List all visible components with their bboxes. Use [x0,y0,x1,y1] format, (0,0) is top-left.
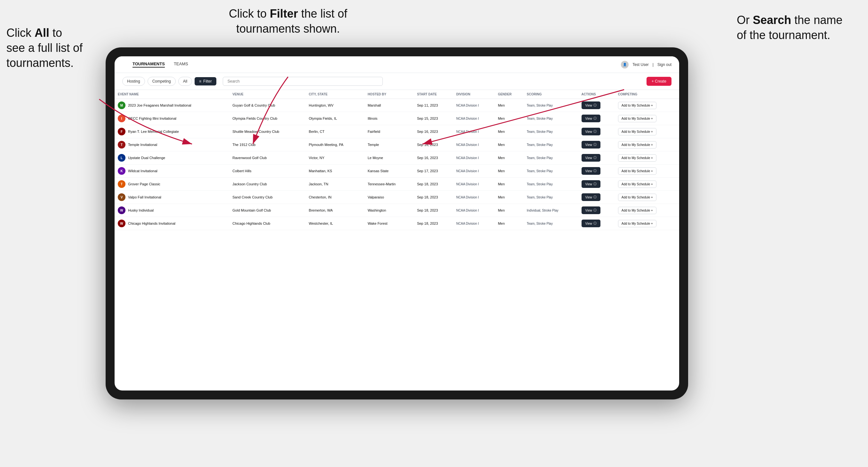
add-to-schedule-button[interactable]: Add to My Schedule + [618,207,656,214]
table-row: K Wildcat Invitational Colbert HillsManh… [115,164,679,178]
filter-button[interactable]: ≡ Filter [195,77,216,86]
city-state-cell: Olympia Fields, IL [306,112,365,125]
create-button[interactable]: + Create [647,77,672,86]
division-cell: NCAA Division I [453,151,495,164]
competing-cell: Add to My Schedule + [615,99,679,112]
division-cell: NCAA Division I [453,178,495,191]
city-state-cell: Huntington, WV [306,99,365,112]
action-cell: View ⓘ [578,112,615,125]
division-cell: NCAA Division I [453,138,495,151]
all-tab[interactable]: All [178,77,192,86]
gender-cell: Men [495,164,524,178]
scoring-cell: Team, Stroke Play [524,178,578,191]
col-header: START DATE [414,90,453,99]
info-icon: ⓘ [593,156,597,160]
table-row: M 2023 Joe Feaganes Marshall Invitationa… [115,99,679,112]
competing-cell: Add to My Schedule + [615,178,679,191]
start-date-cell: Sep 16, 2023 [414,151,453,164]
division-cell: NCAA Division I [453,217,495,230]
competing-tab[interactable]: Competing [148,77,176,86]
add-to-schedule-button[interactable]: Add to My Schedule + [618,128,656,135]
competing-cell: Add to My Schedule + [615,164,679,178]
add-to-schedule-button[interactable]: Add to My Schedule + [618,181,656,188]
view-button[interactable]: View ⓘ [582,220,601,227]
nav-teams[interactable]: TEAMS [174,61,188,67]
sign-out-link[interactable]: Sign out [657,62,672,67]
add-to-schedule-button[interactable]: Add to My Schedule + [618,102,656,109]
view-button[interactable]: View ⓘ [582,128,601,135]
event-name: Upstate Dual Challenge [128,156,165,160]
action-cell: View ⓘ [578,178,615,191]
gender-cell: Men [495,151,524,164]
city-state-cell: Chesterton, IN [306,191,365,204]
col-header: GENDER [495,90,524,99]
view-button[interactable]: View ⓘ [582,193,601,201]
action-cell: View ⓘ [578,191,615,204]
event-name-cell: K Wildcat Invitational [115,164,229,178]
search-input[interactable] [223,77,383,86]
scoring-cell: Team, Stroke Play [524,99,578,112]
scoring-cell: Team, Stroke Play [524,125,578,138]
nav-tournaments[interactable]: TOURNAMENTS [132,61,165,67]
view-button[interactable]: View ⓘ [582,115,601,122]
team-logo: I [118,115,125,122]
team-logo: F [118,128,125,135]
event-name: Valpo Fall Invitational [128,195,161,199]
view-button[interactable]: View ⓘ [582,154,601,162]
user-avatar: 👤 [621,61,629,68]
table-row: T Temple Invitational The 1912 ClubPlymo… [115,138,679,151]
gender-cell: Men [495,99,524,112]
divider: | [653,62,654,67]
venue-cell: Chicago Highlands Club [229,217,306,230]
city-state-cell: Jackson, TN [306,178,365,191]
gender-cell: Men [495,204,524,217]
add-to-schedule-button[interactable]: Add to My Schedule + [618,115,656,122]
event-name-cell: V Valpo Fall Invitational [115,191,229,204]
event-name-cell: I OFCC Fighting Illini Invitational [115,112,229,125]
annotation-topmid: Click to Filter the list oftournaments s… [205,6,371,36]
view-button[interactable]: View ⓘ [582,167,601,175]
hosted-by-cell: Washington [365,204,414,217]
view-button[interactable]: View ⓘ [582,101,601,109]
event-name-cell: W Chicago Highlands Invitational [115,217,229,230]
start-date-cell: Sep 16, 2023 [414,138,453,151]
team-logo: V [118,193,125,201]
info-icon: ⓘ [593,169,597,173]
hosting-tab[interactable]: Hosting [122,77,145,86]
add-to-schedule-button[interactable]: Add to My Schedule + [618,167,656,175]
event-name: Husky Individual [128,208,154,212]
app-header: TOURNAMENTS TEAMS 👤 Test User | Sign out [115,56,679,73]
division-cell: NCAA Division I [453,125,495,138]
division-cell: NCAA Division I [453,191,495,204]
start-date-cell: Sep 18, 2023 [414,217,453,230]
info-icon: ⓘ [593,195,597,199]
info-icon: ⓘ [593,143,597,147]
division-cell: NCAA Division I [453,112,495,125]
city-state-cell: Victor, NY [306,151,365,164]
start-date-cell: Sep 18, 2023 [414,178,453,191]
col-header: ACTIONS [578,90,615,99]
scoring-cell: Team, Stroke Play [524,217,578,230]
action-cell: View ⓘ [578,138,615,151]
venue-cell: Guyan Golf & Country Club [229,99,306,112]
add-to-schedule-button[interactable]: Add to My Schedule + [618,194,656,201]
team-logo: T [118,180,125,188]
view-button[interactable]: View ⓘ [582,141,601,149]
add-to-schedule-button[interactable]: Add to My Schedule + [618,220,656,227]
venue-cell: The 1912 Club [229,138,306,151]
tournaments-table: EVENT NAMEVENUECITY, STATEHOSTED BYSTART… [115,90,679,230]
event-name-cell: L Upstate Dual Challenge [115,151,229,164]
event-name: Chicago Highlands Invitational [128,221,176,225]
event-name: Wildcat Invitational [128,169,157,173]
view-button[interactable]: View ⓘ [582,180,601,188]
annotation-topright: Or Search the name of the tournament. [737,13,852,43]
city-state-cell: Berlin, CT [306,125,365,138]
add-to-schedule-button[interactable]: Add to My Schedule + [618,154,656,162]
event-name-cell: M 2023 Joe Feaganes Marshall Invitationa… [115,99,229,112]
action-cell: View ⓘ [578,217,615,230]
add-to-schedule-button[interactable]: Add to My Schedule + [618,141,656,149]
team-logo: W [118,220,125,227]
view-button[interactable]: View ⓘ [582,207,601,214]
city-state-cell: Plymouth Meeting, PA [306,138,365,151]
team-logo: K [118,167,125,175]
